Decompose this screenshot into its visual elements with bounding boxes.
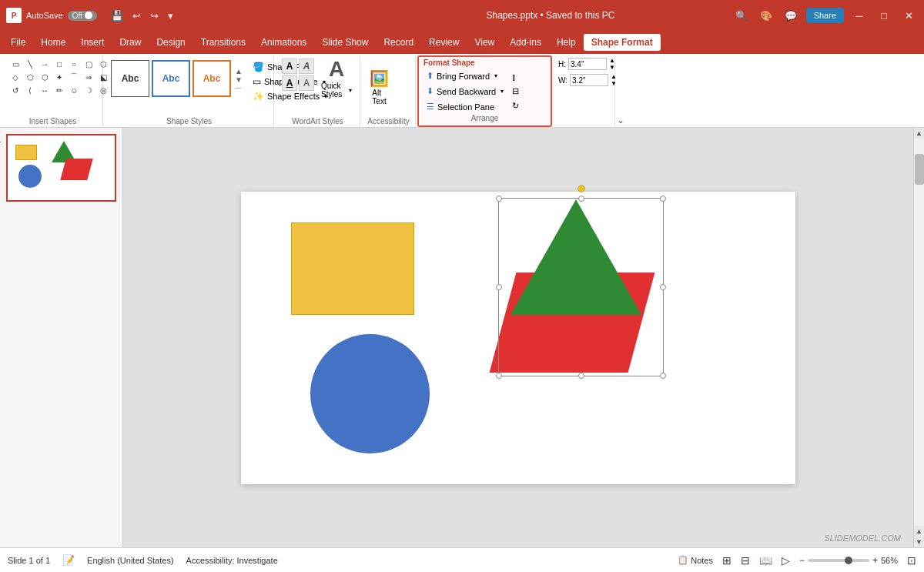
close-button[interactable]: ✕ [899, 6, 918, 25]
send-backward-arrow[interactable]: ▾ [500, 88, 504, 95]
handle-bottom-center[interactable] [578, 373, 584, 379]
menu-help[interactable]: Help [549, 34, 584, 51]
zoom-slider-thumb[interactable] [845, 557, 852, 564]
rotate-button[interactable]: ↻ [511, 99, 521, 112]
style-preview-1[interactable]: Abc [111, 60, 149, 97]
green-triangle[interactable] [511, 199, 641, 315]
style-preview-3[interactable]: Abc [192, 60, 231, 97]
menu-home[interactable]: Home [33, 34, 73, 51]
menu-shape-format[interactable]: Shape Format [584, 34, 661, 51]
yellow-rectangle[interactable] [291, 222, 414, 315]
shape-star4[interactable]: ✦ [53, 72, 65, 82]
undo-button[interactable]: ↩ [129, 8, 144, 23]
shape-block-arrow[interactable]: ⇒ [82, 72, 95, 82]
bring-forward-arrow[interactable]: ▾ [494, 72, 497, 79]
search-icon[interactable]: 🔍 [732, 8, 751, 23]
slide-notes-icon[interactable]: 📝 [62, 554, 75, 566]
height-down[interactable]: ▼ [609, 64, 615, 71]
wordart-a2[interactable]: A [299, 59, 314, 74]
fit-slide-button[interactable]: ⊡ [907, 554, 916, 567]
minimize-button[interactable]: ─ [850, 6, 869, 25]
bring-forward-button[interactable]: ⬆ Bring Forward ▾ [422, 69, 508, 83]
handle-top-right[interactable] [660, 196, 666, 202]
width-down[interactable]: ▼ [611, 80, 617, 87]
handle-bottom-right[interactable] [660, 373, 666, 379]
shape-arrow[interactable]: → [38, 59, 51, 69]
menu-insert[interactable]: Insert [73, 34, 112, 51]
width-input[interactable] [570, 74, 608, 86]
reading-view-button[interactable]: 📖 [759, 554, 772, 567]
menu-review[interactable]: Review [421, 34, 467, 51]
menu-slideshow[interactable]: Slide Show [314, 34, 376, 51]
menu-animations[interactable]: Animations [253, 34, 314, 51]
notes-button[interactable]: 📋 Notes [678, 555, 713, 565]
handle-bottom-left[interactable] [496, 373, 502, 379]
handle-middle-right[interactable] [660, 284, 666, 290]
handle-middle-left[interactable] [496, 284, 502, 290]
shape-curved[interactable]: ⌒ [68, 72, 80, 82]
height-up[interactable]: ▲ [609, 57, 615, 64]
zoom-out-button[interactable]: − [799, 555, 805, 566]
quick-styles-arrow[interactable]: ▾ [349, 87, 352, 94]
shape-diamond[interactable]: ◇ [9, 72, 22, 82]
shape-line[interactable]: ╲ [24, 59, 36, 69]
share-button[interactable]: Share [806, 8, 844, 23]
slide-sorter-button[interactable]: ⊟ [741, 554, 750, 567]
ribbon-collapse-button[interactable]: ⌄ [617, 115, 624, 125]
slide-canvas[interactable] [241, 192, 795, 484]
selection-pane-button[interactable]: ☰ Selection Pane [422, 99, 508, 114]
menu-view[interactable]: View [467, 34, 502, 51]
save-button[interactable]: 💾 [108, 8, 126, 23]
shape-text-box[interactable]: ▭ [9, 59, 22, 69]
presentation-view-button[interactable]: ▷ [782, 554, 790, 567]
scroll-down-button-2[interactable]: ▼ [914, 537, 925, 547]
blue-circle[interactable] [310, 334, 430, 453]
shape-smiley[interactable]: ☺ [68, 85, 80, 95]
width-up[interactable]: ▲ [611, 73, 617, 80]
wordart-a3[interactable]: A [282, 75, 297, 91]
normal-view-button[interactable]: ⊞ [722, 554, 732, 567]
shape-oval[interactable]: ○ [68, 59, 80, 69]
handle-top-left[interactable] [496, 196, 502, 202]
shape-connector[interactable]: ↔ [38, 85, 51, 95]
shape-freeform[interactable]: ✏ [53, 85, 65, 95]
redo-button[interactable]: ↪ [147, 8, 162, 23]
quick-styles-dropdown[interactable]: Quick Styles ▾ [321, 82, 352, 99]
wordart-a4[interactable]: A [299, 75, 314, 91]
quick-styles-big-btn[interactable]: A [329, 59, 344, 80]
menu-transitions[interactable]: Transitions [193, 34, 253, 51]
maximize-button[interactable]: □ [875, 6, 893, 25]
ribbon-display-icon[interactable]: 🎨 [757, 8, 775, 23]
zoom-in-button[interactable]: + [872, 555, 878, 566]
vertical-scrollbar[interactable]: ▲ ▲ ▼ [913, 128, 924, 547]
menu-addins[interactable]: Add-ins [502, 34, 549, 51]
autosave-toggle[interactable]: Off [68, 11, 97, 21]
shape-pentagon[interactable]: ⬠ [24, 72, 36, 82]
shape-round-rect[interactable]: ▢ [82, 59, 95, 69]
customize-button[interactable]: ▾ [165, 8, 176, 23]
scroll-down-button-1[interactable]: ▲ [914, 526, 925, 537]
height-input[interactable] [568, 58, 607, 70]
zoom-slider[interactable] [808, 559, 869, 562]
scroll-track[interactable] [915, 139, 924, 526]
style-preview-2[interactable]: Abc [152, 60, 190, 97]
scroll-thumb[interactable] [915, 154, 924, 185]
menu-file[interactable]: File [3, 34, 33, 51]
slide-thumbnail-1[interactable] [6, 134, 116, 202]
alt-text-button[interactable]: 🖼️ AltText [367, 68, 392, 107]
send-backward-button[interactable]: ⬇ Send Backward ▾ [422, 84, 508, 99]
shape-curve-arrow[interactable]: ↺ [9, 85, 22, 95]
scroll-up-button[interactable]: ▲ [914, 128, 925, 139]
shape-moon[interactable]: ☽ [82, 85, 95, 95]
align-button[interactable]: ⫿ [511, 71, 521, 83]
menu-draw[interactable]: Draw [112, 34, 149, 51]
menu-design[interactable]: Design [149, 34, 192, 51]
wordart-a1[interactable]: A [282, 59, 297, 74]
menu-record[interactable]: Record [376, 34, 421, 51]
shape-brace[interactable]: ⟨ [24, 85, 36, 95]
shape-hexagon[interactable]: ⬡ [38, 72, 51, 82]
group-button[interactable]: ⊟ [511, 85, 521, 98]
rotation-handle[interactable] [578, 185, 585, 192]
shape-rect[interactable]: □ [53, 59, 65, 69]
style-scroll-arrows[interactable]: ▲ ▼ — [233, 65, 244, 92]
